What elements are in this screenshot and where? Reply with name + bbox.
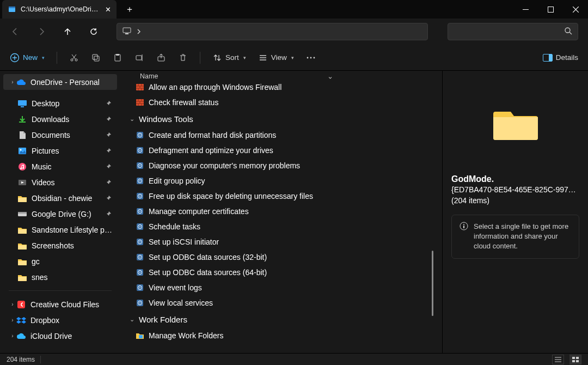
new-button[interactable]: New ▾ xyxy=(10,53,45,63)
cloud-icon xyxy=(16,77,26,87)
item-label: Diagnose your computer's memory problems xyxy=(149,161,300,170)
group-header[interactable]: ⌄Windows Tools xyxy=(122,110,442,127)
item-icon xyxy=(17,272,27,282)
chevron-down-icon: ▾ xyxy=(243,55,246,60)
sort-button[interactable]: Sort ▾ xyxy=(212,53,246,63)
list-item[interactable]: Diagnose your computer's memory problems xyxy=(122,158,442,173)
list-item[interactable]: Manage computer certificates xyxy=(122,204,442,219)
sidebar-item[interactable]: snes xyxy=(3,269,117,285)
list-item[interactable]: Set up iSCSI initiator xyxy=(122,234,442,250)
sidebar-item-onedrive[interactable]: › OneDrive - Personal xyxy=(3,74,117,90)
sidebar-item[interactable]: Pictures xyxy=(3,143,117,159)
view-button[interactable]: View ▾ xyxy=(258,53,294,63)
sidebar-item[interactable]: ›iCloud Drive xyxy=(3,328,117,344)
chevron-up-icon[interactable]: ⌃ xyxy=(327,72,333,80)
rename-button[interactable] xyxy=(134,53,144,63)
pin-icon xyxy=(105,131,113,139)
list-item[interactable]: Create and format hard disk partitions xyxy=(122,127,442,143)
list-item[interactable]: View event logs xyxy=(122,280,442,295)
details-pane-toggle[interactable]: Details xyxy=(543,53,578,63)
new-tab-button[interactable]: ＋ xyxy=(122,2,137,17)
sort-label: Sort xyxy=(225,53,239,62)
sidebar-item-label: Google Drive (G:) xyxy=(32,210,105,218)
sidebar-item[interactable]: Music xyxy=(3,159,117,174)
maximize-button[interactable] xyxy=(538,0,563,19)
sidebar-item[interactable]: gc xyxy=(3,253,117,269)
sidebar-item-label: Pictures xyxy=(32,147,105,155)
details-pane: GodMode. {ED7BA470-8E54-465E-825C-997… (… xyxy=(442,71,588,353)
list-item[interactable]: Manage Work Folders xyxy=(122,328,442,343)
sidebar-item[interactable]: Obsidian - chewie xyxy=(3,190,117,206)
delete-button[interactable] xyxy=(178,53,188,63)
window-controls xyxy=(513,0,588,19)
item-icon xyxy=(136,177,144,185)
chevron-right-icon[interactable]: › xyxy=(9,317,16,323)
pin-icon xyxy=(105,210,113,218)
chevron-right-icon[interactable]: › xyxy=(9,79,16,85)
list-item[interactable]: Allow an app through Windows Firewall xyxy=(122,84,442,95)
status-item-count: 204 items xyxy=(7,356,35,363)
sidebar-item[interactable]: Sandstone Lifestyle photos xyxy=(3,222,117,238)
list-item[interactable]: Set up ODBC data sources (64-bit) xyxy=(122,265,442,280)
minimize-button[interactable] xyxy=(513,0,538,19)
list-item[interactable]: Free up disk space by deleting unnecessa… xyxy=(122,188,442,204)
scrollbar[interactable] xyxy=(432,76,433,328)
svg-point-55 xyxy=(139,241,140,242)
list-item[interactable]: View local services xyxy=(122,295,442,311)
item-icon xyxy=(17,99,27,108)
breadcrumb-chevron[interactable] xyxy=(137,29,141,34)
tab[interactable]: C:\Users\admyr\OneDrive\Des ✕ xyxy=(2,0,117,19)
close-button[interactable] xyxy=(563,0,588,19)
column-name[interactable]: Name xyxy=(140,72,158,80)
sidebar-item[interactable]: ›Dropbox xyxy=(3,312,117,328)
svg-rect-14 xyxy=(136,56,142,60)
list-item[interactable]: Set up ODBC data sources (32-bit) xyxy=(122,250,442,265)
sidebar-item[interactable]: ›Creative Cloud Files xyxy=(3,296,117,312)
refresh-button[interactable] xyxy=(88,26,99,37)
list-item[interactable]: Check firewall status xyxy=(122,95,442,110)
svg-point-34 xyxy=(139,135,140,136)
more-button[interactable] xyxy=(306,53,316,63)
content-area: Name ⌃ Allow an app through Windows Fire… xyxy=(122,71,442,353)
view-details-button[interactable] xyxy=(552,355,564,364)
up-button[interactable] xyxy=(62,26,73,37)
group-title: Windows Tools xyxy=(139,114,193,124)
svg-rect-20 xyxy=(549,54,552,61)
svg-point-64 xyxy=(139,287,140,288)
chevron-right-icon[interactable]: › xyxy=(9,333,16,339)
cut-button[interactable] xyxy=(69,53,79,63)
forward-button[interactable] xyxy=(36,26,47,37)
group-header[interactable]: ⌄Work Folders xyxy=(122,311,442,328)
scroll-thumb[interactable] xyxy=(432,251,433,316)
svg-point-40 xyxy=(139,165,140,166)
address-bar[interactable] xyxy=(117,23,428,40)
search-box[interactable] xyxy=(448,23,578,40)
item-icon xyxy=(17,193,27,203)
item-icon xyxy=(17,225,27,235)
sidebar-item[interactable]: Downloads xyxy=(3,111,117,127)
share-button[interactable] xyxy=(156,53,166,63)
item-icon xyxy=(136,331,144,340)
sidebar-item[interactable]: Google Drive (G:) xyxy=(3,206,117,222)
chevron-right-icon[interactable]: › xyxy=(9,301,16,307)
sidebar-item[interactable]: Videos xyxy=(3,174,117,190)
item-label: Set up ODBC data sources (32-bit) xyxy=(149,253,267,261)
paste-button[interactable] xyxy=(113,53,122,63)
chevron-down-icon[interactable]: ⌄ xyxy=(128,316,136,323)
view-large-icons-button[interactable] xyxy=(569,355,581,364)
tab-close-icon[interactable]: ✕ xyxy=(103,5,112,14)
column-header[interactable]: Name ⌃ xyxy=(122,71,442,84)
copy-button[interactable] xyxy=(91,53,101,63)
item-icon xyxy=(136,207,144,216)
pin-icon xyxy=(105,115,113,123)
chevron-down-icon[interactable]: ⌄ xyxy=(128,115,136,123)
sidebar-item[interactable]: Desktop xyxy=(3,95,117,111)
back-button[interactable] xyxy=(10,26,21,37)
item-icon xyxy=(136,253,144,261)
list-item[interactable]: Defragment and optimize your drives xyxy=(122,143,442,158)
item-icon xyxy=(17,114,27,124)
sidebar-item[interactable]: Documents xyxy=(3,127,117,143)
sidebar-item[interactable]: Screenshots xyxy=(3,238,117,253)
list-item[interactable]: Edit group policy xyxy=(122,173,442,188)
list-item[interactable]: Schedule tasks xyxy=(122,219,442,234)
